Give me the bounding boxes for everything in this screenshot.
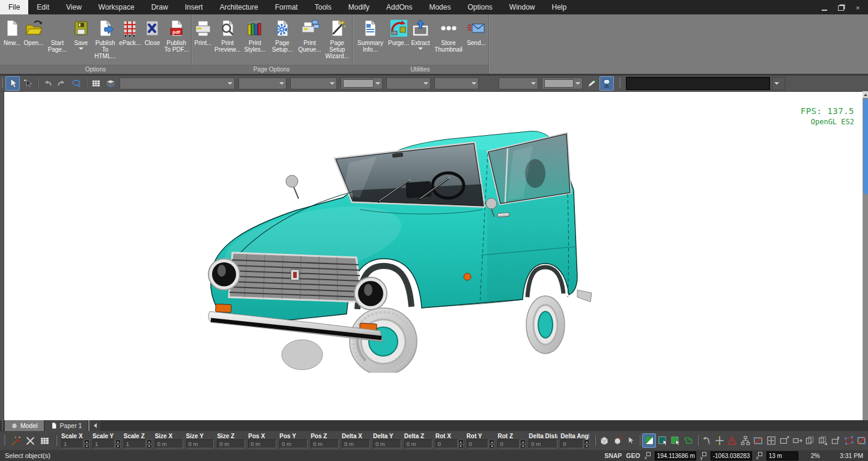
scale-z-stepper[interactable]: ▴▾ (147, 439, 152, 448)
mini-cursor-icon[interactable] (624, 434, 636, 447)
tab-model[interactable]: Model (5, 420, 44, 431)
ribbon-item-print-queue[interactable]: Print Queue... (296, 17, 324, 53)
chevron-down-icon[interactable] (328, 78, 336, 89)
x-axis-lock-icon[interactable]: x (645, 452, 651, 460)
menu-workspace[interactable]: Workspace (90, 0, 143, 14)
menu-window[interactable]: Window (501, 0, 544, 14)
clear-selection-icon[interactable] (25, 435, 36, 447)
size-z-input[interactable]: 0 m (217, 439, 245, 448)
degenerate-warning-icon[interactable] (726, 434, 739, 447)
car-model[interactable] (199, 113, 595, 373)
move-points-icon[interactable] (713, 434, 726, 447)
selection-mode-fill-icon[interactable] (642, 433, 656, 448)
chevron-down-icon[interactable] (226, 78, 234, 89)
chevron-down-icon[interactable] (470, 78, 478, 89)
color-combo[interactable] (341, 77, 383, 89)
menu-view[interactable]: View (58, 0, 90, 14)
snap-toggle[interactable]: SNAP (604, 452, 622, 459)
ribbon-item-print-preview[interactable]: Print Preview... (214, 17, 241, 53)
menu-options[interactable]: Options (459, 0, 500, 14)
red-frame-icon[interactable] (842, 434, 855, 447)
layer-combo[interactable] (238, 77, 287, 89)
extrude-box-icon[interactable] (598, 434, 610, 447)
inspector-grip[interactable] (4, 435, 5, 446)
scale-x-input[interactable]: 1 (61, 439, 83, 448)
menu-help[interactable]: Help (544, 0, 575, 14)
delta-z-input[interactable]: 0 m (404, 439, 432, 448)
rot-x-stepper[interactable]: ▴▾ (458, 439, 464, 448)
material-combo[interactable] (499, 77, 538, 89)
no-frame-icon[interactable] (752, 434, 765, 447)
chevron-down-icon[interactable] (772, 77, 781, 89)
menu-modes[interactable]: Modes (420, 0, 459, 14)
scale-y-stepper[interactable]: ▴▾ (115, 439, 121, 448)
menu-insert[interactable]: Insert (177, 0, 211, 14)
scale-x-stepper[interactable]: ▴▾ (84, 439, 90, 448)
chevron-down-icon[interactable] (529, 78, 538, 89)
y-axis-lock-icon[interactable]: y (700, 452, 706, 460)
coord-x-input[interactable]: 194.113686 m (655, 451, 696, 460)
redo-icon[interactable] (55, 77, 68, 90)
ribbon-item-save[interactable]: Save (70, 17, 92, 50)
box-copy-icon[interactable] (611, 434, 624, 447)
linetype-combo[interactable] (290, 77, 337, 89)
menu-format[interactable]: Format (267, 0, 306, 14)
chevron-down-icon[interactable] (422, 78, 430, 89)
table-grid-icon[interactable] (39, 435, 50, 447)
ribbon-item-store-thumbnail[interactable]: Store Thumbnail (431, 17, 466, 53)
scale-z-input[interactable]: 1 (124, 439, 146, 448)
layers-icon[interactable] (104, 77, 117, 90)
geo-toggle[interactable]: GEO (626, 452, 640, 459)
menu-draw[interactable]: Draw (143, 0, 177, 14)
rect-extend-icon[interactable] (791, 434, 803, 447)
undo-icon[interactable] (41, 77, 54, 90)
ribbon-item-open[interactable]: Open... (23, 17, 44, 47)
chevron-down-icon[interactable] (278, 78, 286, 89)
no-red-frame-icon[interactable] (855, 434, 868, 447)
tab-paper-1[interactable]: Paper 1 (44, 420, 89, 431)
size-y-input[interactable]: 0 m (186, 439, 214, 448)
z-axis-lock-icon[interactable]: z (756, 452, 762, 460)
rot-y-input[interactable]: 0 (467, 439, 489, 448)
menu-addons[interactable]: AddOns (378, 0, 420, 14)
pos-z-input[interactable]: 0 m (311, 439, 339, 448)
ribbon-item-page-setup[interactable]: Page Setup... (269, 17, 296, 53)
ribbon-item-epack[interactable]: ePack... (118, 17, 141, 47)
pin-box-icon[interactable] (830, 434, 842, 447)
lineweight-combo[interactable] (386, 77, 431, 89)
selection-mode-cursor-icon[interactable] (656, 434, 669, 447)
command-dropdown[interactable] (772, 77, 785, 90)
copy-sheets-icon[interactable] (804, 434, 816, 447)
chevron-down-icon[interactable] (374, 78, 382, 89)
chevron-down-icon[interactable] (574, 78, 582, 89)
tabbar-grip[interactable] (2, 420, 3, 431)
rect-corner-edit-icon[interactable] (778, 434, 791, 447)
menu-modify[interactable]: Modify (340, 0, 378, 14)
size-x-input[interactable]: 0 m (155, 439, 183, 448)
lasso-select-icon[interactable] (70, 77, 83, 90)
select-cursor-icon[interactable] (5, 76, 20, 91)
print-style-combo[interactable] (434, 77, 479, 89)
delta-angle-stepper[interactable]: ▴▾ (584, 439, 589, 448)
selection-mode-crossing-icon[interactable] (682, 434, 694, 447)
ribbon-item-print-styles[interactable]: Print Styles... (241, 17, 269, 53)
ribbon-item-summary-info[interactable]: Summary Info... (353, 17, 387, 53)
viewport-scrollbar[interactable] (863, 91, 868, 420)
toolbar-grip[interactable] (619, 78, 621, 89)
ribbon-item-close[interactable]: Close (141, 17, 163, 47)
close-icon[interactable]: × (854, 4, 862, 11)
scrollbar-thumb[interactable] (863, 98, 868, 194)
menu-tools[interactable]: Tools (306, 0, 340, 14)
ribbon-item-send[interactable]: Send... (466, 17, 487, 47)
table-icon[interactable] (90, 77, 103, 90)
tab-scroll-left-button[interactable] (88, 420, 100, 431)
scroll-up-icon[interactable] (863, 91, 868, 98)
sheets-forward-icon[interactable] (816, 434, 829, 447)
rot-z-stepper[interactable]: ▴▾ (520, 439, 526, 448)
menu-edit[interactable]: Edit (28, 0, 58, 14)
delta-y-input[interactable]: 0 m (373, 439, 401, 448)
toolbar-grip[interactable] (2, 78, 3, 89)
style-combo[interactable] (120, 77, 235, 89)
fill-combo[interactable] (542, 77, 583, 89)
hierarchy-icon[interactable] (739, 434, 751, 447)
